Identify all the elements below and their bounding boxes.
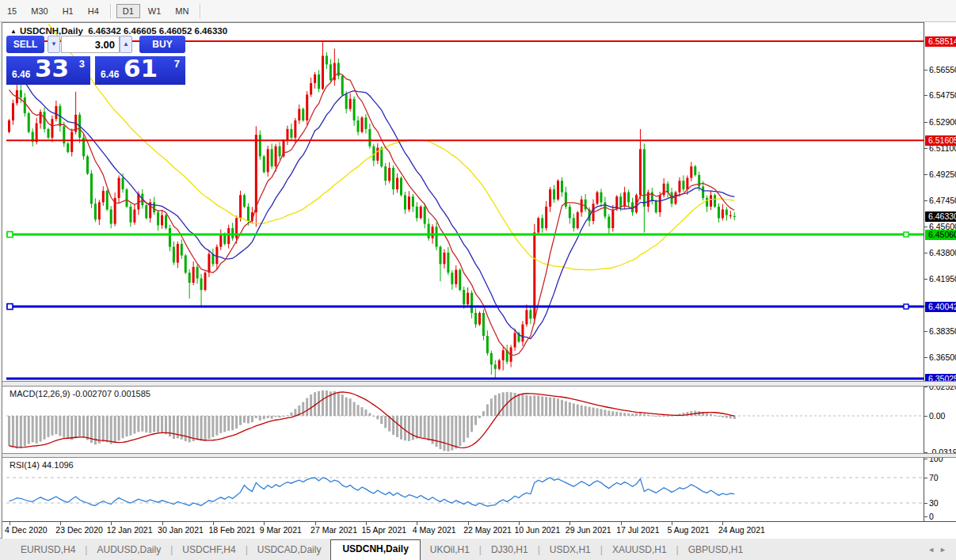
rsi-indicator-chart[interactable] — [6, 458, 924, 521]
candle-body — [502, 350, 505, 360]
candle-body — [494, 364, 497, 368]
sell-price-block[interactable]: 6.46 33 3 — [6, 56, 90, 85]
macd-bar — [416, 416, 418, 439]
macd-bar — [141, 416, 143, 432]
tab-gbpusd-h1[interactable]: GBPUSD,H1 — [679, 541, 752, 560]
rsi-tick-dash — [924, 516, 927, 517]
macd-bar — [251, 416, 253, 422]
candle-body — [447, 253, 449, 272]
candle-body — [275, 147, 277, 166]
tab-usdcad-daily[interactable]: USDCAD,Daily — [248, 541, 331, 560]
tab-usdchf-h4[interactable]: USDCHF,H4 — [173, 541, 245, 560]
macd-bar — [94, 416, 97, 444]
candle-body — [627, 192, 630, 203]
rsi-splitter[interactable] — [2, 453, 956, 458]
sell-price-sup: 3 — [79, 58, 85, 70]
candle-body — [173, 247, 175, 263]
hline-left-handle[interactable] — [7, 304, 13, 310]
macd-bar — [420, 416, 422, 437]
date-axis-label: 4 May 2021 — [413, 525, 456, 535]
macd-bar — [585, 406, 587, 416]
candle-body — [557, 181, 559, 200]
tab-eurusd-h4[interactable]: EURUSD,H4 — [11, 541, 85, 560]
rsi-tick-dash — [924, 459, 927, 459]
macd-bar — [208, 416, 210, 439]
tab-scroll-left-icon[interactable]: ◄ — [927, 546, 939, 554]
date-axis-label: 23 Dec 2020 — [55, 525, 103, 535]
candle-body — [718, 207, 720, 219]
candle-body — [467, 293, 469, 305]
macd-bar — [663, 416, 665, 417]
candle-body — [596, 192, 599, 204]
timeframe-15-button[interactable]: 15 — [1, 4, 23, 18]
timeframe-toolbar[interactable]: 15M30H1H4D1W1MN — [0, 0, 956, 22]
macd-bar — [133, 416, 135, 434]
macd-bar — [110, 416, 112, 444]
macd-bar — [337, 392, 340, 416]
candle-body — [384, 166, 387, 181]
macd-bar — [137, 416, 139, 432]
buy-price-block[interactable]: 6.46 61 7 — [95, 56, 185, 85]
macd-bar — [690, 411, 692, 416]
candle-body — [443, 253, 445, 265]
macd-bar — [215, 416, 218, 436]
candle-body — [420, 207, 422, 219]
hline-left-handle[interactable] — [7, 232, 13, 238]
candle-body — [408, 196, 410, 209]
time-axis[interactable]: 4 Dec 202023 Dec 202012 Jan 202130 Jan 2… — [2, 521, 956, 539]
collapse-triangle-icon[interactable]: ▲ — [10, 28, 17, 35]
candle-body — [40, 112, 42, 124]
candle-body — [110, 209, 112, 223]
candle-body — [478, 313, 481, 325]
macd-tick-dash — [924, 387, 927, 387]
macd-bar — [478, 416, 481, 418]
candle-body — [428, 224, 430, 238]
candle-body — [682, 181, 684, 189]
candle-body — [541, 218, 543, 228]
sell-button[interactable]: SELL — [6, 36, 44, 53]
buy-price-big: 61 — [124, 54, 158, 82]
candle-body — [44, 112, 46, 129]
timeframe-d1-button[interactable]: D1 — [116, 4, 140, 18]
candle-body — [600, 192, 602, 203]
tab-usdcnh-daily[interactable]: USDCNH,Daily — [330, 539, 420, 560]
macd-values: -0.002707 0.001585 — [72, 389, 150, 398]
buy-button[interactable]: BUY — [139, 36, 185, 53]
candle-body — [357, 120, 360, 132]
candle-body — [581, 200, 583, 212]
trading-app-window: 15M30H1H4D1W1MN ▲USDCNH,Daily 6.46342 6.… — [0, 0, 956, 560]
candle-body — [569, 207, 571, 219]
timeframe-h1-button[interactable]: H1 — [56, 4, 80, 18]
timeframe-mn-button[interactable]: MN — [169, 4, 195, 18]
timeframe-m30-button[interactable]: M30 — [25, 4, 54, 18]
macd-bar — [368, 413, 371, 416]
tab-xauusd-h1[interactable]: XAUUSD,H1 — [603, 541, 676, 560]
hline-right-handle[interactable] — [904, 304, 908, 309]
candle-body — [106, 191, 109, 210]
price-axis[interactable]: 6.565506.547506.529006.511006.492506.474… — [924, 22, 956, 521]
candle-body — [306, 94, 308, 120]
tab-scroll-right-icon[interactable]: ► — [939, 546, 951, 554]
macd-bar — [565, 401, 567, 416]
lot-size-field[interactable] — [61, 36, 120, 53]
lot-spin-down-button[interactable]: ▼ — [48, 36, 60, 53]
tab-audusd-daily[interactable]: AUDUSD,Daily — [87, 541, 170, 560]
macd-bar — [470, 416, 473, 432]
macd-name: MACD(12,26,9) — [10, 389, 70, 398]
macd-bar — [428, 416, 430, 440]
macd-bar — [235, 416, 238, 429]
tab-dj30-h1[interactable]: DJ30,H1 — [482, 541, 538, 560]
lot-spin-up-button[interactable]: ▲ — [120, 36, 132, 53]
tab-usdx-h1[interactable]: USDX,H1 — [540, 541, 600, 560]
rsi-axis-tick: 0 — [929, 512, 934, 521]
date-axis-label: 17 Jul 2021 — [616, 525, 659, 535]
candle-body — [279, 147, 281, 157]
timeframe-h4-button[interactable]: H4 — [82, 4, 105, 18]
hline-right-handle[interactable] — [904, 232, 908, 237]
candle-body — [667, 184, 669, 192]
tab-scroll-arrows[interactable]: ◄► — [927, 546, 951, 554]
timeframe-w1-button[interactable]: W1 — [142, 4, 168, 18]
macd-splitter[interactable] — [2, 381, 956, 387]
tab-ukoil-h1[interactable]: UKOil,H1 — [421, 541, 479, 560]
macd-bar — [455, 416, 457, 448]
